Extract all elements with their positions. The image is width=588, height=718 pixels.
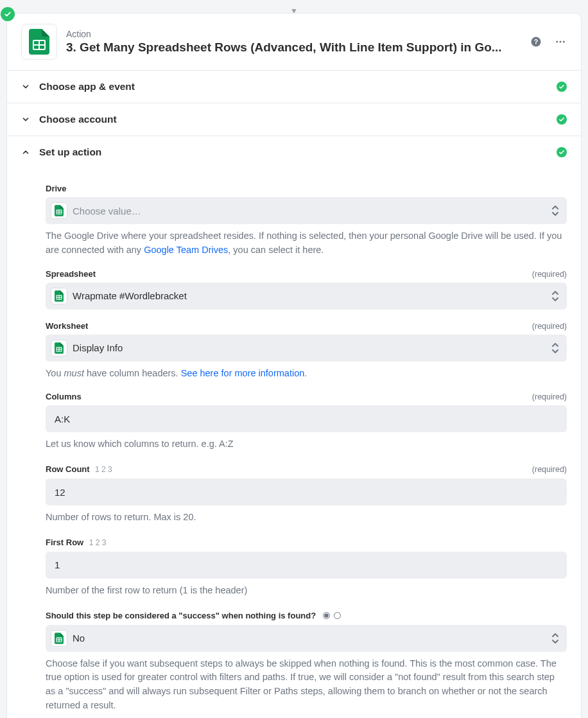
spreadsheet-select[interactable]: Wrapmate #Wordlebracket	[46, 283, 567, 310]
field-spreadsheet: Spreadsheet (required) Wrapmate #Wordleb…	[46, 269, 567, 310]
svg-point-6	[560, 41, 562, 43]
first-row-input[interactable]: 1	[46, 552, 567, 579]
sort-icon	[551, 290, 559, 302]
google-sheets-icon	[51, 202, 67, 219]
required-tag: (required)	[532, 465, 567, 474]
field-type-hint: 1 2 3	[89, 538, 107, 547]
google-sheets-icon	[51, 340, 67, 356]
success-select[interactable]: No	[46, 625, 567, 652]
section-choose-account[interactable]: Choose account	[7, 103, 581, 136]
field-label: Worksheet	[46, 321, 88, 331]
field-label: Should this step be considered a "succes…	[46, 611, 316, 620]
form-body: Drive Choose value… The Google Drive whe…	[7, 168, 581, 718]
field-label: Row Count	[46, 464, 90, 474]
chevron-down-icon	[21, 115, 30, 124]
required-tag: (required)	[532, 392, 567, 401]
field-helper: The Google Drive where your spreadsheet …	[46, 229, 567, 258]
section-status-complete	[557, 114, 567, 125]
sort-icon	[551, 633, 559, 644]
more-horizontal-icon	[555, 36, 566, 48]
worksheet-select[interactable]: Display Info	[46, 335, 567, 362]
sort-icon	[551, 342, 559, 354]
required-tag: (required)	[532, 322, 567, 331]
more-options-button[interactable]	[554, 35, 567, 48]
select-value: No	[73, 633, 85, 644]
action-card: Action 3. Get Many Spreadsheet Rows (Adv…	[6, 13, 582, 718]
input-value: 1	[55, 559, 60, 570]
card-header: Action 3. Get Many Spreadsheet Rows (Adv…	[7, 13, 581, 71]
section-label: Choose app & event	[39, 81, 548, 92]
field-helper: Let us know which columns to return. e.g…	[46, 437, 567, 451]
success-radio-group	[323, 612, 341, 619]
svg-text:?: ?	[534, 38, 538, 46]
required-tag: (required)	[532, 270, 567, 279]
select-value: Display Info	[73, 342, 123, 353]
input-value: A:K	[55, 414, 70, 425]
field-row-count: Row Count 1 2 3 (required) 12 Number of …	[46, 463, 567, 525]
field-columns: Columns (required) A:K Let us know which…	[46, 392, 567, 451]
google-team-drives-link[interactable]: Google Team Drives	[144, 245, 228, 255]
select-value: Wrapmate #Wordlebracket	[73, 290, 187, 301]
field-label: Columns	[46, 392, 82, 401]
field-worksheet: Worksheet (required) Display Info You mu…	[46, 321, 567, 381]
chevron-down-icon	[21, 82, 30, 91]
google-sheets-icon	[29, 29, 49, 55]
section-set-up-action[interactable]: Set up action	[7, 136, 581, 168]
svg-point-7	[563, 41, 565, 43]
field-drive: Drive Choose value… The Google Drive whe…	[46, 184, 567, 258]
field-helper: Number of the first row to return (1 is …	[46, 584, 567, 598]
check-icon	[558, 83, 565, 90]
section-status-complete	[557, 147, 567, 157]
section-choose-app-event[interactable]: Choose app & event	[7, 71, 581, 103]
field-label: Spreadsheet	[46, 269, 96, 279]
check-icon	[558, 116, 565, 123]
field-first-row: First Row 1 2 3 1 Number of the first ro…	[46, 536, 567, 598]
field-type-hint: 1 2 3	[95, 465, 112, 474]
check-icon	[558, 149, 565, 155]
field-label: First Row	[46, 538, 83, 547]
success-radio-no[interactable]	[334, 612, 341, 619]
header-title: 3. Get Many Spreadsheet Rows (Advanced, …	[66, 40, 521, 55]
field-success-when-empty: Should this step be considered a "succes…	[46, 609, 567, 713]
svg-point-5	[556, 41, 558, 43]
sort-icon	[551, 205, 559, 216]
field-helper: You must have column headers. See here f…	[46, 367, 567, 381]
section-label: Choose account	[39, 114, 548, 125]
header-overline: Action	[66, 29, 521, 39]
section-status-complete	[557, 82, 567, 92]
select-placeholder: Choose value…	[73, 206, 141, 216]
help-icon: ?	[530, 36, 542, 48]
app-icon	[21, 24, 57, 60]
section-label: Set up action	[39, 146, 548, 158]
google-sheets-icon	[51, 288, 67, 304]
success-radio-yes[interactable]	[323, 612, 330, 619]
columns-input[interactable]: A:K	[46, 405, 567, 432]
connector-arrow: ▼	[6, 6, 582, 13]
row-count-input[interactable]: 12	[46, 478, 567, 505]
drive-select[interactable]: Choose value…	[46, 197, 567, 224]
google-sheets-icon	[51, 630, 67, 647]
field-helper: Number of rows to return. Max is 20.	[46, 511, 567, 525]
more-info-link[interactable]: See here for more information	[181, 368, 305, 378]
help-button[interactable]: ?	[530, 35, 542, 48]
chevron-up-icon	[21, 148, 30, 157]
input-value: 12	[55, 487, 65, 498]
field-label: Drive	[46, 184, 67, 193]
field-helper: Choose false if you want subsequent step…	[46, 657, 567, 713]
